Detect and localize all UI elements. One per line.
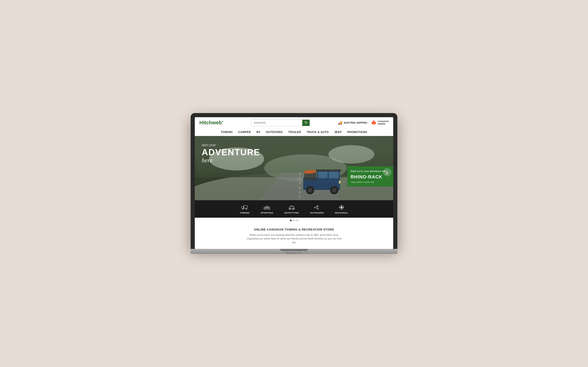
laptop-base: MacBook Pro [191, 249, 397, 254]
nav-item-promotions[interactable]: PROMOTIONS [347, 131, 367, 134]
content-title: ONLINE CANADIAN TOWING & RECREATION STOR… [199, 228, 389, 231]
hero-title: ADVENTURE [202, 148, 260, 157]
cat-outdoors-label: OUTDOORS [310, 212, 324, 214]
slider-dot-2[interactable] [293, 219, 295, 221]
svg-rect-12 [318, 172, 328, 178]
laptop-notch [280, 249, 308, 251]
slider-dot-3[interactable] [296, 219, 298, 221]
cat-towing-label: TOWING [240, 212, 250, 214]
search-button[interactable] [302, 120, 310, 126]
svg-rect-24 [339, 181, 341, 184]
svg-rect-13 [329, 172, 338, 178]
svg-point-34 [268, 208, 269, 209]
header-right: 🚚 $100 FREE SHIPPING 🍁 CANADIAN OWNED [338, 120, 389, 125]
svg-point-44 [341, 207, 342, 208]
category-strip: TOWING SPORTING [195, 200, 393, 218]
search-input[interactable] [252, 120, 302, 125]
cat-seasonal-label: SEASONAL [335, 212, 348, 214]
nav-item-jeep[interactable]: JEEP [334, 131, 342, 134]
svg-point-27 [242, 208, 244, 209]
slider-dot-1[interactable] [290, 219, 292, 221]
car-icon [288, 204, 295, 211]
nav-item-towing[interactable]: TOWING [221, 131, 233, 134]
cat-sporting-label: SPORTING [261, 212, 273, 214]
promo-box[interactable]: ⛰️ Rack up for your adventure with RHINO… [347, 166, 393, 186]
maple-leaf-icon: 🍁 [371, 120, 377, 125]
camper-icon [241, 204, 248, 211]
main-nav: TOWING CAMPER RV OUTDOORS TRAILER TRUCK … [195, 129, 393, 136]
canadian-label: CANADIAN OWNED [378, 120, 389, 125]
svg-point-0 [305, 121, 306, 123]
promo-mountain-icon: ⛰️ [383, 168, 391, 176]
cat-outdoors[interactable]: OUTDOORS [304, 202, 329, 215]
svg-rect-25 [244, 206, 248, 208]
cat-outfitting[interactable]: OUTFITTING [279, 202, 304, 215]
bicycle-icon [263, 204, 270, 211]
hero-tagline: start your [202, 143, 260, 147]
site-logo[interactable]: Hitchweb+ [199, 120, 224, 126]
snowflake-icon [338, 204, 345, 211]
laptop-frame: Hitchweb+ 🚚 $100 FREE SHIPPING [191, 113, 397, 254]
svg-point-28 [246, 208, 247, 209]
screen-bezel: Hitchweb+ 🚚 $100 FREE SHIPPING [191, 113, 397, 249]
nav-item-truck-auto[interactable]: TRUCK & AUTO [307, 131, 329, 134]
logo-sup: + [222, 120, 224, 123]
hero-subtitle: here [202, 157, 260, 164]
shipping-label: $100 FREE SHIPPING [344, 122, 367, 124]
canadian-badge: 🍁 CANADIAN OWNED [371, 120, 389, 125]
logo-text: Hitchweb [199, 120, 222, 125]
content-text: While you've been out enjoying what the … [246, 233, 342, 244]
svg-point-47 [339, 207, 340, 208]
svg-point-48 [343, 207, 344, 208]
truck-icon: 🚚 [338, 121, 342, 125]
site-header: Hitchweb+ 🚚 $100 FREE SHIPPING [195, 117, 393, 129]
cat-outfitting-label: OUTFITTING [284, 212, 299, 214]
svg-point-45 [341, 205, 342, 206]
nav-item-camper[interactable]: CAMPER [238, 131, 251, 134]
browser-screen: Hitchweb+ 🚚 $100 FREE SHIPPING [195, 117, 393, 249]
svg-point-46 [341, 209, 342, 210]
nav-item-rv[interactable]: RV [256, 131, 260, 134]
svg-line-1 [306, 123, 307, 123]
cat-towing[interactable]: TOWING [234, 202, 255, 215]
cat-sporting[interactable]: SPORTING [255, 202, 279, 215]
search-form [251, 119, 310, 126]
content-section: ONLINE CANADIAN TOWING & RECREATION STOR… [195, 223, 393, 249]
shipping-info: 🚚 $100 FREE SHIPPING [338, 121, 367, 125]
search-icon [304, 121, 307, 124]
svg-rect-14 [316, 169, 341, 171]
fishing-icon [313, 204, 320, 211]
svg-point-38 [314, 207, 316, 208]
hero-section: start your ADVENTURE here ⛰️ Rack up for… [195, 136, 393, 200]
cat-seasonal[interactable]: SEASONAL [329, 202, 354, 215]
nav-item-outdoors[interactable]: OUTDOORS [266, 131, 283, 134]
laptop-brand-label: MacBook Pro [191, 251, 397, 255]
svg-line-39 [315, 207, 317, 207]
svg-point-21 [308, 188, 312, 192]
hero-text: start your ADVENTURE here [202, 143, 260, 164]
svg-point-33 [265, 208, 266, 209]
nav-item-trailer[interactable]: TRAILER [288, 131, 301, 134]
slider-dots [195, 218, 393, 223]
svg-point-23 [332, 188, 337, 192]
promo-ships: *ships within Canada only [351, 181, 390, 183]
